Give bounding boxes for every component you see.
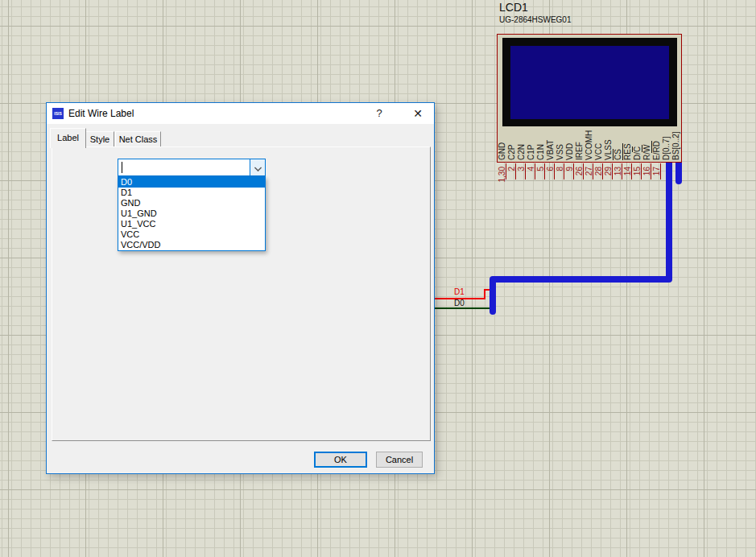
lcd-screen — [510, 46, 669, 119]
pin-stub[interactable] — [631, 163, 632, 179]
pin-label: VCC — [595, 143, 603, 160]
pin-label: R/W — [643, 145, 651, 160]
pin-label: C1P — [527, 145, 535, 160]
dropdown-item[interactable]: U1_GND — [118, 208, 265, 219]
pin-stub[interactable] — [593, 163, 593, 179]
pin-label: VCOMH — [585, 130, 593, 160]
string-dropdown-list: D0D1GNDU1_GNDU1_VCCVCCVCC/VDD — [118, 176, 266, 251]
component-ref[interactable]: LCD1 — [499, 1, 528, 14]
pin-stub[interactable] — [622, 163, 622, 179]
cancel-button[interactable]: Cancel — [376, 452, 423, 468]
pin-stub[interactable] — [660, 163, 661, 179]
pin-stub[interactable] — [544, 163, 545, 179]
dropdown-item[interactable]: U1_VCC — [118, 219, 265, 229]
schematic-canvas[interactable]: D1 D0 LCD1 UG-2864HSWEG01 GND1,30C2P2C2N… — [0, 0, 756, 557]
string-combobox[interactable] — [118, 159, 266, 176]
pin-label: BS[0..2] — [672, 131, 680, 160]
pin-label: VSS — [556, 144, 564, 160]
pin-label: CS — [614, 149, 622, 160]
close-button[interactable]: ✕ — [409, 105, 427, 122]
wire-label-d0[interactable]: D0 — [454, 299, 465, 307]
ok-button[interactable]: OK — [314, 452, 367, 468]
pin-label: VBAT — [547, 140, 555, 160]
pin-label: RES — [624, 143, 632, 160]
dialog-title: Edit Wire Label — [68, 108, 134, 119]
chevron-down-icon — [254, 164, 262, 171]
pin-label: C2N — [518, 144, 526, 160]
pin-label: VDD — [566, 143, 574, 160]
dropdown-item[interactable]: D1 — [118, 188, 265, 198]
tab-net-class[interactable]: Net Class — [115, 131, 161, 147]
pin-label: C2P — [508, 145, 516, 160]
dropdown-item[interactable]: VCC — [118, 229, 265, 240]
combobox-dropdown-button[interactable] — [250, 159, 265, 175]
pin-stub[interactable] — [535, 163, 535, 179]
edit-wire-label-dialog: ISIS Edit Wire Label ? ✕ Label Style Net… — [46, 102, 435, 474]
pin-label: GND — [498, 142, 506, 160]
lcd-screen-frame — [502, 38, 677, 126]
pin-label: D/C — [634, 146, 642, 160]
pin-stub[interactable] — [564, 163, 564, 179]
tab-label[interactable]: Label — [50, 128, 86, 148]
bus-wire-d[interactable] — [493, 160, 669, 312]
isis-app-icon: ISIS — [52, 108, 64, 119]
pin-stub[interactable] — [515, 163, 516, 179]
pin-stub[interactable] — [583, 163, 584, 179]
tab-style[interactable]: Style — [85, 131, 114, 147]
pin-stub[interactable] — [612, 163, 613, 179]
pin-stub[interactable] — [602, 163, 603, 179]
dropdown-item[interactable]: VCC/VDD — [118, 240, 265, 250]
pin-stub[interactable] — [651, 163, 651, 179]
pin-stub[interactable] — [506, 163, 506, 179]
dialog-titlebar[interactable]: ISIS Edit Wire Label ? ✕ — [47, 103, 434, 124]
component-part-number[interactable]: UG-2864HSWEG01 — [499, 15, 571, 24]
help-button[interactable]: ? — [370, 105, 388, 122]
pin-stub[interactable] — [573, 163, 574, 179]
pin-label: E/RD — [653, 141, 661, 160]
pin-stub[interactable] — [525, 163, 526, 179]
pin-stub[interactable] — [554, 163, 555, 179]
pin-stub[interactable] — [641, 163, 642, 179]
text-caret — [122, 162, 122, 173]
pin-label: C1N — [537, 144, 545, 160]
pin-label: VLSS — [605, 139, 613, 160]
wire-label-d1[interactable]: D1 — [454, 287, 465, 296]
pin-label: IREF — [576, 142, 584, 160]
dropdown-item[interactable]: GND — [118, 198, 265, 208]
dropdown-item[interactable]: D0 — [118, 177, 265, 188]
lcd-component[interactable]: GND1,30C2P2C2N3C1P4C1N5VBAT6VSS8VDD9IREF… — [497, 34, 682, 163]
pin-label: D[0..7] — [663, 137, 671, 160]
